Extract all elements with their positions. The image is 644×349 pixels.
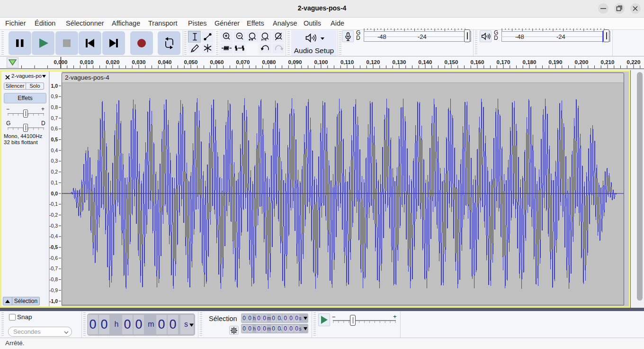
svg-text:0,210: 0,210	[601, 59, 615, 65]
svg-text:0,0: 0,0	[51, 191, 58, 196]
svg-text:0,9: 0,9	[51, 93, 58, 99]
svg-text:0,190: 0,190	[549, 59, 563, 65]
svg-text:0,150: 0,150	[445, 59, 458, 65]
svg-text:0,2: 0,2	[51, 169, 58, 174]
svg-text:-0,8: -0,8	[49, 276, 58, 282]
svg-text:0,080: 0,080	[262, 59, 276, 65]
svg-text:0,050: 0,050	[184, 59, 198, 65]
svg-text:0,040: 0,040	[158, 59, 172, 65]
svg-text:1,0: 1,0	[51, 83, 58, 89]
svg-text:0,090: 0,090	[288, 59, 302, 65]
svg-text:0,6: 0,6	[51, 126, 58, 131]
svg-text:0,060: 0,060	[210, 59, 224, 65]
svg-text:0,180: 0,180	[523, 59, 537, 65]
svg-text:0,220: 0,220	[627, 59, 641, 65]
svg-text:0,030: 0,030	[132, 59, 146, 65]
svg-text:-0,6: -0,6	[49, 255, 58, 261]
svg-text:0,140: 0,140	[419, 59, 432, 65]
svg-text:0,4: 0,4	[51, 147, 58, 153]
svg-text:-0,7: -0,7	[49, 266, 58, 271]
svg-text:-0,4: -0,4	[49, 233, 58, 239]
svg-text:0,070: 0,070	[236, 59, 250, 65]
svg-text:-0,9: -0,9	[49, 287, 58, 293]
svg-text:0,120: 0,120	[367, 59, 380, 65]
svg-text:0,160: 0,160	[471, 59, 484, 65]
svg-text:0,020: 0,020	[106, 59, 120, 65]
svg-text:-0,3: -0,3	[49, 223, 58, 229]
svg-text:0,100: 0,100	[314, 59, 328, 65]
svg-text:0,8: 0,8	[51, 104, 58, 110]
svg-text:-0,2: -0,2	[49, 212, 58, 218]
svg-text:0,7: 0,7	[51, 115, 58, 121]
svg-text:0,1: 0,1	[51, 180, 58, 185]
svg-text:0,3: 0,3	[51, 158, 58, 164]
svg-text:0,200: 0,200	[575, 59, 589, 65]
svg-text:-0,5: -0,5	[49, 244, 58, 250]
svg-text:-0,1: -0,1	[49, 201, 58, 207]
svg-text:0,130: 0,130	[393, 59, 406, 65]
svg-text:0,5: 0,5	[51, 137, 58, 142]
svg-text:0,110: 0,110	[340, 59, 354, 65]
svg-text:0,170: 0,170	[497, 59, 510, 65]
svg-text:-1,0: -1,0	[49, 298, 58, 304]
svg-text:0,010: 0,010	[80, 59, 94, 65]
